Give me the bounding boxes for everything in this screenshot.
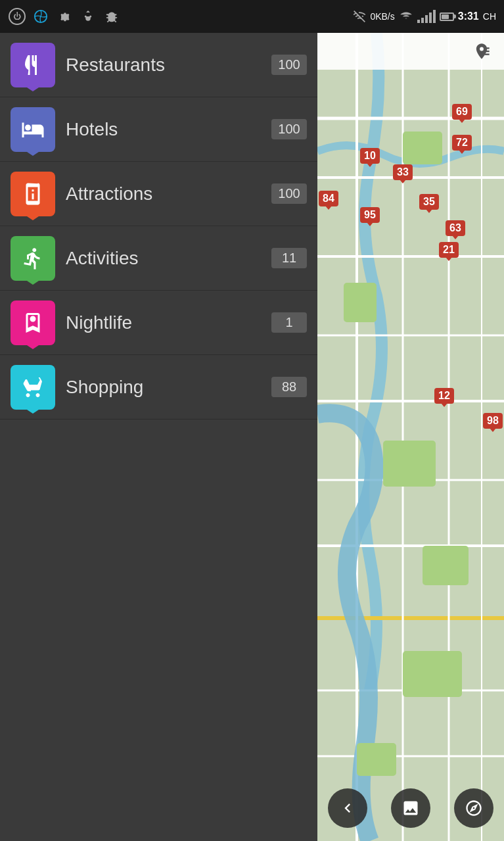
menu-item-activities[interactable]: Activities 11 (0, 226, 317, 291)
shopping-label: Shopping (66, 377, 271, 398)
carrier-label: CH (483, 11, 496, 22)
attractions-icon (11, 172, 55, 216)
svg-rect-24 (357, 743, 396, 776)
browser-icon (32, 7, 50, 26)
svg-rect-21 (383, 441, 436, 487)
map-top-bar (317, 33, 504, 70)
signal-strength-icon (417, 10, 436, 23)
signal-icon (353, 10, 366, 23)
shopping-count: 88 (271, 377, 307, 397)
map-gallery-button[interactable] (391, 788, 430, 828)
map-panel: 10 33 72 69 84 95 35 63 21 12 98 (317, 33, 504, 841)
battery-icon (440, 12, 454, 21)
svg-rect-20 (344, 283, 377, 322)
power-icon: ⏻ (8, 7, 26, 26)
map-marker-35[interactable]: 35 (419, 194, 439, 210)
hotels-label: Hotels (66, 119, 271, 140)
activities-icon (11, 236, 55, 281)
map-marker-12[interactable]: 12 (434, 388, 454, 404)
data-speed: 0KB/s (370, 11, 394, 22)
map-background (317, 33, 504, 841)
map-bottom-controls (317, 788, 504, 828)
map-back-button[interactable] (328, 788, 367, 828)
map-marker-10[interactable]: 10 (360, 148, 380, 164)
wifi-icon (399, 10, 413, 23)
activities-label: Activities (66, 248, 271, 269)
svg-rect-23 (403, 651, 462, 697)
map-marker-84[interactable]: 84 (319, 191, 338, 206)
status-right-info: 0KB/s 3:31 CH (353, 10, 496, 23)
attractions-label: Attractions (66, 183, 271, 204)
activities-count: 11 (271, 248, 307, 268)
map-marker-69[interactable]: 69 (452, 104, 472, 120)
bug-icon (103, 7, 121, 26)
status-bar: ⏻ 0KB/s (0, 0, 504, 33)
svg-point-2 (89, 16, 91, 18)
map-list-icon[interactable] (467, 37, 496, 66)
status-left-icons: ⏻ (8, 7, 121, 26)
svg-point-1 (85, 16, 87, 18)
map-compass-button[interactable] (454, 788, 493, 828)
menu-item-shopping[interactable]: Shopping 88 (0, 355, 317, 420)
map-marker-95[interactable]: 95 (360, 207, 380, 223)
nightlife-count: 1 (271, 312, 307, 333)
status-time: 3:31 (458, 11, 479, 22)
usb-icon (79, 7, 97, 26)
attractions-count: 100 (271, 183, 307, 204)
restaurants-icon (11, 43, 55, 87)
restaurants-count: 100 (271, 55, 307, 75)
map-marker-63[interactable]: 63 (446, 220, 465, 236)
nightlife-icon (11, 300, 55, 345)
svg-rect-19 (403, 132, 442, 164)
menu-item-attractions[interactable]: Attractions 100 (0, 162, 317, 226)
menu-item-hotels[interactable]: Hotels 100 (0, 97, 317, 162)
left-menu-panel: Restaurants 100 Hotels 100 Attractions 1… (0, 33, 317, 841)
menu-item-restaurants[interactable]: Restaurants 100 (0, 33, 317, 97)
nightlife-label: Nightlife (66, 312, 271, 333)
restaurants-label: Restaurants (66, 55, 271, 76)
svg-rect-22 (423, 546, 469, 585)
shopping-icon (11, 365, 55, 410)
hotels-count: 100 (271, 119, 307, 139)
hotels-icon (11, 107, 55, 152)
map-marker-72[interactable]: 72 (452, 135, 472, 151)
map-marker-33[interactable]: 33 (393, 164, 413, 180)
settings-icon (55, 7, 74, 26)
map-marker-98[interactable]: 98 (483, 413, 503, 429)
main-layout: Restaurants 100 Hotels 100 Attractions 1… (0, 33, 504, 841)
map-marker-21[interactable]: 21 (439, 242, 459, 258)
menu-item-nightlife[interactable]: Nightlife 1 (0, 291, 317, 355)
